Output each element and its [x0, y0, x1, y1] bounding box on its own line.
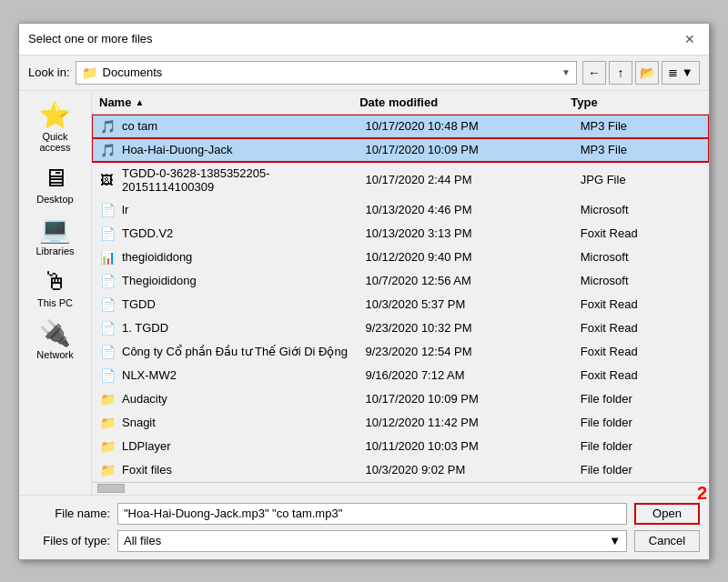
file-name-input[interactable]	[117, 503, 627, 525]
file-name-label: File name:	[28, 507, 110, 520]
file-list-header: Name ▲ Date modified Type	[92, 91, 709, 115]
file-area: Name ▲ Date modified Type 🎵 co tam 10/17…	[92, 91, 709, 495]
up-folder-button[interactable]: ↑	[609, 61, 632, 85]
file-name-cell: 📄 NLX-MW2	[93, 366, 358, 385]
file-name-cell: 🎵 Hoa-Hai-Duong-Jack	[93, 141, 358, 159]
jpg-icon: 🖼	[100, 173, 116, 187]
table-row[interactable]: 📄 1. TGDD 9/23/2020 10:32 PM Foxit Read	[92, 316, 709, 340]
look-in-label: Look in:	[28, 65, 70, 79]
star-icon: ⭐	[39, 103, 71, 128]
horizontal-scrollbar[interactable]	[92, 482, 709, 495]
folder-icon: 📁	[100, 439, 116, 454]
cancel-button[interactable]: Cancel	[634, 530, 700, 552]
new-folder-button[interactable]: 📂	[635, 61, 659, 85]
file-type-cell: Microsoft	[573, 248, 708, 266]
sidebar-item-label: Quick access	[28, 131, 83, 153]
libraries-icon: 💻	[39, 217, 71, 243]
file-date-cell: 10/17/2020 10:48 PM	[358, 117, 572, 135]
toolbar: Look in: 📁 Documents ▼ ← ↑ 📂 ≣ ▼	[19, 55, 709, 91]
file-name-cell: 📄 1. TGDD	[93, 319, 358, 337]
table-row[interactable]: 📁 Snagit 10/12/2020 11:42 PM File folder	[92, 411, 709, 435]
table-row[interactable]: 📁 Foxit files 10/3/2020 9:02 PM File fol…	[92, 458, 709, 482]
current-folder-text: Documents	[103, 65, 557, 79]
dialog-title: Select one or more files	[28, 32, 153, 45]
file-name-input-wrapper	[117, 503, 627, 525]
table-row[interactable]: 📁 LDPlayer 10/11/2020 10:03 PM File fold…	[92, 435, 709, 458]
sidebar-item-this-pc[interactable]: 🖱 This PC	[24, 265, 87, 313]
file-date-cell: 9/16/2020 7:12 AM	[358, 366, 572, 384]
file-type-label: Files of type:	[28, 534, 110, 547]
annotation-2: 2	[697, 483, 707, 504]
chevron-down-icon: ▼	[609, 534, 621, 547]
file-type-cell: MP3 File	[573, 141, 708, 158]
mp3-icon: 🎵	[100, 119, 116, 134]
file-list-scroll[interactable]: 🎵 co tam 10/17/2020 10:48 PM MP3 File 1 …	[92, 115, 709, 482]
table-row[interactable]: 📄 Công ty Cổ phần Đầu tư Thế Giới Di Độn…	[92, 340, 709, 364]
file-type-cell: Microsoft	[573, 272, 708, 289]
sidebar-item-desktop[interactable]: 🖥 Desktop	[24, 161, 87, 209]
pdf-icon: 📄	[100, 368, 116, 383]
file-type-combo[interactable]: All files ▼	[117, 530, 627, 552]
view-button[interactable]: ≣ ▼	[662, 61, 700, 85]
table-row[interactable]: 📊 thegioididong 10/12/2020 9:40 PM Micro…	[92, 246, 709, 269]
file-name-cell: 📊 thegioididong	[93, 248, 358, 266]
open-button-wrapper: Open 2	[634, 503, 700, 525]
file-date-cell: 10/17/2020 2:44 PM	[358, 171, 572, 188]
header-date[interactable]: Date modified	[352, 93, 563, 112]
file-name-cell: 📁 Snagit	[93, 414, 358, 432]
doc-icon: 📄	[100, 274, 116, 288]
file-name-cell: 🎵 co tam	[93, 117, 358, 135]
folder-icon: 📁	[82, 65, 97, 80]
table-row[interactable]: 📄 lr 10/13/2020 4:46 PM Microsoft	[92, 198, 709, 222]
sort-icon: ▲	[135, 97, 144, 107]
file-type-cell: Foxit Read	[573, 296, 708, 313]
pdf-icon: 📄	[100, 226, 116, 241]
header-name[interactable]: Name ▲	[92, 93, 352, 112]
file-name-cell: 📁 LDPlayer	[93, 437, 358, 456]
file-dialog: Select one or more files ✕ Look in: 📁 Do…	[18, 23, 710, 560]
table-row[interactable]: 📄 TGDD.V2 10/13/2020 3:13 PM Foxit Read	[92, 222, 709, 246]
sidebar-item-network[interactable]: 🔌 Network	[24, 316, 87, 365]
file-name-cell: 📁 Foxit files	[93, 461, 358, 479]
table-row[interactable]: 📁 Audacity 10/17/2020 10:09 PM File fold…	[92, 387, 709, 411]
back-button[interactable]: ←	[582, 61, 606, 85]
pdf-icon: 📄	[100, 345, 116, 359]
file-date-cell: 10/7/2020 12:56 AM	[358, 272, 572, 289]
look-in-combo[interactable]: 📁 Documents ▼	[76, 61, 577, 85]
table-row[interactable]: 🎵 co tam 10/17/2020 10:48 PM MP3 File 1	[92, 115, 709, 138]
folder-icon: 📁	[100, 463, 116, 477]
file-date-cell: 10/17/2020 10:09 PM	[358, 141, 572, 158]
table-row[interactable]: 🎵 Hoa-Hai-Duong-Jack 10/17/2020 10:09 PM…	[92, 138, 709, 162]
sidebar-item-label: Desktop	[36, 194, 73, 205]
open-button[interactable]: Open	[634, 503, 700, 525]
sidebar-item-label: Libraries	[35, 246, 74, 256]
table-row[interactable]: 📄 Thegioididong 10/7/2020 12:56 AM Micro…	[92, 269, 709, 293]
main-area: ⭐ Quick access 🖥 Desktop 💻 Libraries 🖱 T…	[19, 91, 709, 495]
file-type-cell: File folder	[573, 437, 708, 455]
header-type[interactable]: Type	[563, 93, 696, 112]
sidebar-item-quick-access[interactable]: ⭐ Quick access	[24, 98, 87, 157]
close-button[interactable]: ✕	[680, 29, 700, 49]
sidebar-item-libraries[interactable]: 💻 Libraries	[24, 213, 87, 261]
file-type-cell: File folder	[573, 414, 708, 431]
file-date-cell: 10/13/2020 4:46 PM	[358, 201, 572, 218]
file-date-cell: 10/17/2020 10:09 PM	[358, 390, 572, 407]
table-row[interactable]: 📄 TGDD 10/3/2020 5:37 PM Foxit Read	[92, 293, 709, 316]
file-name-cell: 📄 Công ty Cổ phần Đầu tư Thế Giới Di Độn…	[93, 343, 358, 361]
doc-icon: 📄	[100, 203, 116, 217]
filename-row: File name: Open 2	[28, 503, 700, 525]
desktop-icon: 🖥	[43, 166, 68, 191]
network-icon: 🔌	[39, 321, 71, 346]
pdf-icon: 📄	[100, 297, 116, 312]
file-name-cell: 📁 Audacity	[93, 390, 358, 408]
file-type-cell: Foxit Read	[573, 343, 708, 360]
file-date-cell: 10/12/2020 11:42 PM	[358, 414, 572, 431]
file-date-cell: 10/3/2020 9:02 PM	[358, 461, 572, 478]
file-type-cell: Foxit Read	[573, 319, 708, 336]
this-pc-icon: 🖱	[43, 269, 68, 295]
table-row[interactable]: 🖼 TGDD-0-3628-1385352205-20151114100309 …	[92, 162, 709, 198]
excel-icon: 📊	[100, 250, 116, 265]
table-row[interactable]: 📄 NLX-MW2 9/16/2020 7:12 AM Foxit Read	[92, 364, 709, 387]
sidebar-item-label: Network	[36, 349, 73, 360]
chevron-down-icon: ▼	[561, 67, 571, 77]
